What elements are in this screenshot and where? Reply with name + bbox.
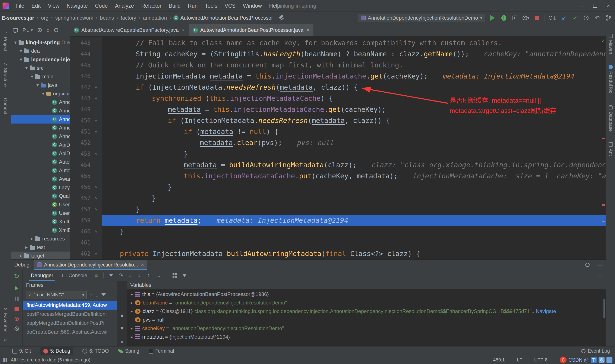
tree-expand-icon[interactable]: ▸ [18,253,24,259]
line-number[interactable]: 455 [70,173,91,179]
tab-debugger[interactable]: Debugger [29,270,55,281]
stripe-item-maven[interactable]: Maven [608,34,614,54]
code-line[interactable]: 460>} [70,226,606,237]
code-editor[interactable]: 443// Fall back to class name as cache k… [70,36,606,260]
error-stripe-mark[interactable] [602,221,605,222]
resume-icon[interactable] [15,286,19,291]
variable-row[interactable]: ▸pbeanName = "annotationDependencyInject… [127,299,606,307]
tree-item[interactable]: CAnnotati [11,98,70,106]
force-step-into-icon[interactable]: ⇓ [137,272,142,279]
close-icon[interactable]: × [141,262,144,268]
frame-item[interactable]: applyMergedBeanDefinitionPostPr [23,319,117,327]
tool-window-button-spring[interactable]: Spring [118,348,139,354]
tree-collapse-icon[interactable]: ▾ [18,57,24,62]
rollback-icon[interactable]: ↶ [594,14,601,22]
line-number[interactable]: 454 [70,162,91,168]
breadcrumb-item[interactable]: beans [99,15,114,21]
step-out-icon[interactable]: ↑ [147,272,150,279]
code-line[interactable]: 453>} [70,148,606,159]
step-into-icon[interactable]: ↓ [129,272,132,279]
file-encoding[interactable]: UTF-8 [534,357,548,363]
tree-item[interactable]: CUserHol [11,209,70,217]
tree-collapse-icon[interactable]: ▾ [24,65,29,71]
fold-marker-icon[interactable]: > [91,129,101,134]
menu-item-vcs[interactable]: VCS [221,0,239,12]
filter-icon[interactable] [182,274,187,277]
code-line[interactable]: 451>if (metadata != null) { [70,126,606,137]
view-breakpoints-icon[interactable] [14,317,19,321]
move-up-icon[interactable]: ▲ [120,312,125,318]
caret-position[interactable]: 459:1 [493,357,505,363]
tree-item[interactable]: CAwareInt [11,175,70,183]
frame-item[interactable]: doCreateBean:569, AbstractAutowir [23,327,117,337]
add-watch-icon[interactable]: + [120,284,123,290]
stripe-item-ant[interactable]: Ant [608,142,614,156]
code-line[interactable]: 454metadata = buildAutowiringMetadata(cl… [70,159,606,170]
commit-icon[interactable]: ✓ [571,14,579,22]
run-button[interactable] [489,14,496,22]
maximize-button[interactable] [588,0,602,12]
tree-item[interactable]: CAnnotati [11,124,70,132]
menu-item-navigate[interactable]: Navigate [63,0,91,12]
code-line[interactable]: 455this.injectionMetadataCache.put(cache… [70,170,606,182]
line-number[interactable]: 457 [70,195,91,201]
show-execution-point-icon[interactable] [109,274,113,277]
editor-scrollbar[interactable]: ✓ [601,36,606,260]
code-line[interactable]: 457>} [70,193,606,204]
line-number[interactable]: 445 [70,62,91,68]
tool-window-button-5-debug[interactable]: 5: Debug [40,347,73,355]
frame-item[interactable]: postProcessMergedBeanDefinition: [23,310,117,319]
code-line[interactable]: 461 [70,237,606,248]
build-hammer-icon[interactable] [279,14,285,21]
layout-menu-icon[interactable]: ≡ [94,272,98,279]
expand-arrow-icon[interactable]: ▸ [129,309,135,314]
variable-row[interactable]: ppvs = null [127,316,606,324]
close-icon[interactable]: × [307,27,310,33]
expand-arrow-icon[interactable]: ▸ [129,334,135,339]
fold-marker-icon[interactable]: > [91,251,101,257]
tree-expand-icon[interactable]: ▸ [24,245,29,250]
code-line[interactable]: 445// Quick check on the concurrent map … [70,60,606,71]
view-options-icon[interactable] [173,273,177,278]
breadcrumb-item[interactable]: E-sources.jar [1,15,35,21]
step-over-icon[interactable]: ↷ [119,272,123,279]
inspections-ok-icon[interactable]: ✓ [601,37,606,44]
fold-marker-icon[interactable]: > [91,118,101,123]
tool-window-button-9-git[interactable]: 9: Git [12,348,31,354]
editor-tab[interactable]: CAbstractAutowireCapableBeanFactory.java… [70,24,189,36]
breadcrumb-item[interactable]: springframework [55,15,94,21]
breadcrumb-item[interactable]: factory [120,15,137,21]
line-number[interactable]: 446 [70,73,91,79]
navigate-link[interactable]: Navigate [536,308,556,314]
tree-item[interactable]: CQualifier [11,192,70,200]
tree-item[interactable]: ▾lependency-injection [11,55,70,64]
menu-item-refactor[interactable]: Refactor [138,0,165,12]
soft-wrap-icon[interactable]: ≣ [597,272,602,279]
tool-windows-icon[interactable] [3,358,7,362]
line-number[interactable]: 449 [70,106,91,113]
coverage-button[interactable] [511,14,519,22]
tree-item[interactable]: CAutowir [11,166,70,175]
stripe-item-2-favorites[interactable]: 2: Favorites [2,308,8,332]
tree-collapse-icon[interactable]: ▾ [40,91,46,96]
project-view-select[interactable]: P... ▾ [22,27,33,33]
variable-row[interactable]: ▸this = {AutowiredAnnotationBeanPostProc… [127,290,606,299]
stop-button[interactable] [534,14,541,22]
settings-gear-icon[interactable] [54,28,58,32]
hide-window-icon[interactable]: — [597,261,603,268]
debug-button[interactable] [500,14,507,22]
frame-item[interactable]: findAutowiringMetadata:459, Autow [23,301,117,310]
code-line[interactable]: 459return metadata;metadata: InjectionMe… [70,215,606,226]
line-number[interactable]: 450 [70,117,91,124]
tree-collapse-icon[interactable]: ▾ [13,40,18,45]
line-number[interactable]: 452 [70,140,91,146]
stripe-item-1-project[interactable]: 1: Project [2,32,8,52]
fold-marker-icon[interactable]: > [91,96,101,101]
tree-item[interactable]: ▾king-in-springD:\wor [11,38,70,47]
tree-item[interactable]: CXmlDepe [11,226,70,234]
tree-item[interactable]: CApiDepe [11,141,70,149]
code-line[interactable]: 443// Fall back to class name as cache k… [70,37,606,48]
code-line[interactable]: 444String cacheKey = (StringUtils.hasLen… [70,48,606,60]
tree-item[interactable]: CApiDepe [11,149,70,158]
code-line[interactable]: 447>if (InjectionMetadata.needsRefresh(m… [70,82,606,93]
